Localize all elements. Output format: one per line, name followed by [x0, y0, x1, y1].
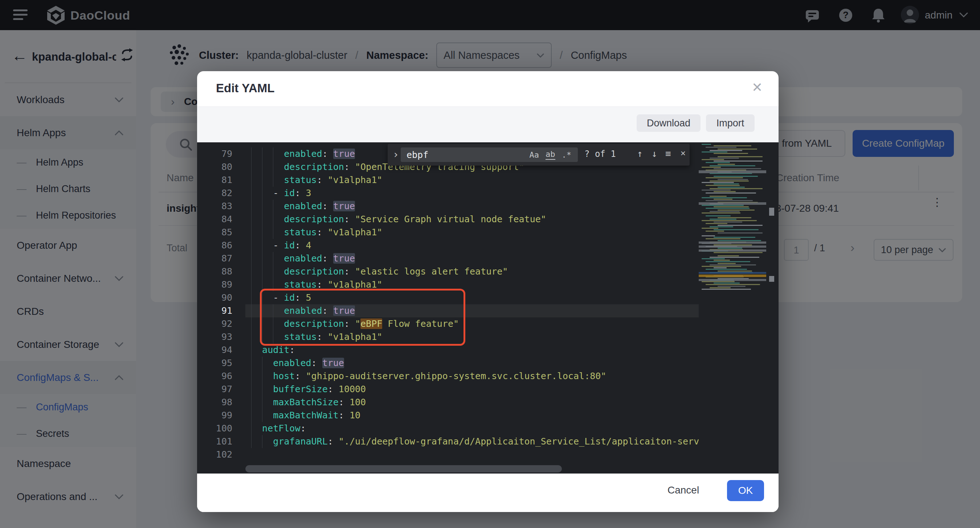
- match-case-icon[interactable]: Aa: [530, 150, 539, 160]
- line-number: 102: [197, 448, 232, 461]
- yaml-code-editor[interactable]: 79 enabled: true80 description: "OpenTel…: [197, 142, 778, 474]
- modal-title: Edit YAML: [216, 81, 274, 95]
- download-button[interactable]: Download: [636, 114, 700, 132]
- minimap-content: [699, 143, 768, 292]
- find-match-count: ? of 1: [584, 149, 616, 159]
- find-input[interactable]: ebpf Aa ab .*: [401, 147, 578, 162]
- line-number: 93: [197, 330, 232, 343]
- modal-close-icon[interactable]: ✕: [752, 80, 763, 95]
- code-line-95: 95 enabled: true: [197, 357, 778, 370]
- line-number: 82: [197, 187, 232, 200]
- code-line-88: 88 description: "elastic logs alert feat…: [197, 265, 778, 278]
- modal-toolbar: Download Import: [197, 106, 778, 142]
- line-number: 101: [197, 435, 232, 448]
- line-number: 88: [197, 265, 232, 278]
- code-line-82: 82 - id: 3: [197, 187, 778, 200]
- line-number: 90: [197, 291, 232, 304]
- line-number: 91: [197, 304, 232, 317]
- find-close-icon[interactable]: ✕: [681, 148, 686, 158]
- line-number: 94: [197, 343, 232, 357]
- ok-button[interactable]: OK: [727, 480, 764, 501]
- modal-footer: Cancel OK: [197, 474, 778, 512]
- line-number: 99: [197, 409, 232, 422]
- line-number: 97: [197, 383, 232, 396]
- code-line-86: 86 - id: 4: [197, 239, 778, 252]
- find-toggle-replace-icon[interactable]: ›: [393, 148, 399, 161]
- line-number: 81: [197, 174, 232, 187]
- code-line-100: 100 netFlow:: [197, 422, 778, 435]
- code-line-101: 101 grafanaURL: "./ui/deepflow-grafana/d…: [197, 435, 778, 448]
- line-number: 85: [197, 226, 232, 239]
- editor-overview-ruler[interactable]: [768, 142, 778, 474]
- annotation-highlight-rect: [260, 289, 465, 346]
- code-line-87: 87 enabled: true: [197, 252, 778, 265]
- line-number: 96: [197, 370, 232, 383]
- code-line-98: 98 maxBatchSize: 100: [197, 396, 778, 409]
- line-number: 89: [197, 278, 232, 291]
- regex-icon[interactable]: .*: [562, 150, 572, 160]
- code-line-81: 81 status: "v1alpha1": [197, 174, 778, 187]
- code-line-83: 83 enabled: true: [197, 200, 778, 213]
- find-query-text: ebpf: [407, 150, 530, 160]
- line-number: 100: [197, 422, 232, 435]
- code-line-84: 84 description: "Service Graph virtual n…: [197, 213, 778, 226]
- whole-word-icon[interactable]: ab: [546, 150, 555, 160]
- find-next-icon[interactable]: ↓: [652, 148, 657, 159]
- line-number: 95: [197, 357, 232, 370]
- line-number: 80: [197, 161, 232, 174]
- line-number: 83: [197, 200, 232, 213]
- find-previous-icon[interactable]: ↑: [637, 148, 643, 159]
- code-line-97: 97 bufferSize: 10000: [197, 383, 778, 396]
- code-line-96: 96 host: "ghippo-auditserver.ghippo-syst…: [197, 370, 778, 383]
- line-number: 84: [197, 213, 232, 226]
- find-in-selection-icon[interactable]: ≡: [665, 148, 671, 159]
- code-line-99: 99 maxBatchWait: 10: [197, 409, 778, 422]
- import-button[interactable]: Import: [706, 114, 755, 132]
- editor-minimap[interactable]: [699, 142, 768, 474]
- find-widget: › ebpf Aa ab .* ? of 1 ↑ ↓ ≡ ✕: [388, 144, 690, 166]
- horizontal-scrollbar[interactable]: [245, 465, 562, 472]
- code-line-102: 102: [197, 448, 778, 461]
- cancel-button[interactable]: Cancel: [668, 485, 699, 496]
- line-number: 86: [197, 239, 232, 252]
- line-number: 87: [197, 252, 232, 265]
- line-number: 92: [197, 317, 232, 330]
- edit-yaml-modal: Edit YAML ✕ Download Import 79 enabled: …: [197, 71, 778, 512]
- line-number: 98: [197, 396, 232, 409]
- code-line-85: 85 status: "v1alpha1": [197, 226, 778, 239]
- line-number: 79: [197, 147, 232, 161]
